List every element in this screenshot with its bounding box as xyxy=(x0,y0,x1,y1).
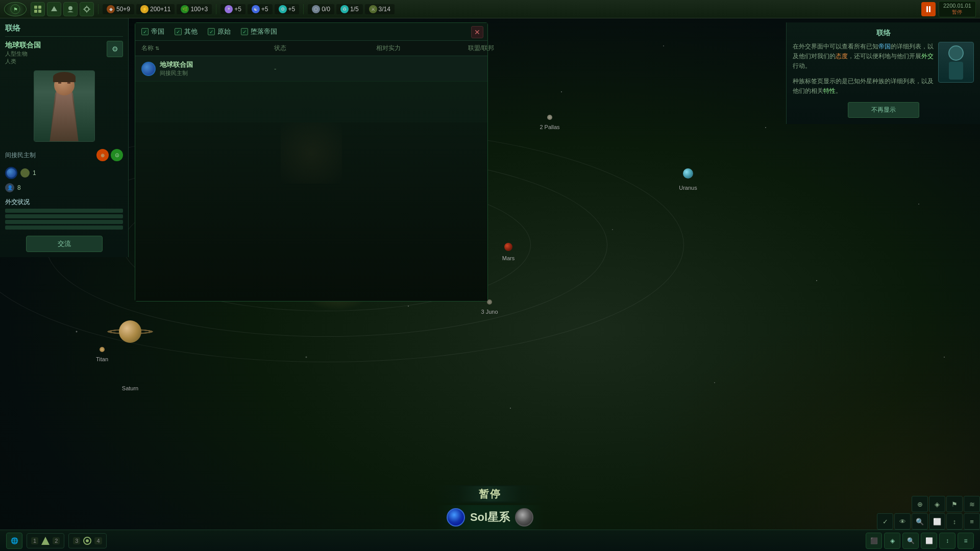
right-info-panel: 联络 在外交界面中可以查看所有已知帝国的详细列表，以及他们对我们的态度，还可以便… xyxy=(786,22,980,124)
leader-portrait[interactable] xyxy=(34,70,95,142)
technology-btn[interactable] xyxy=(80,2,94,16)
queue-icon-2 xyxy=(82,536,92,546)
filter-empire-checkbox[interactable] xyxy=(141,28,149,35)
svg-rect-3 xyxy=(38,6,41,9)
influence-stat[interactable]: ✦ +5 xyxy=(220,4,246,14)
bottom-btn-5[interactable]: ↕ xyxy=(939,533,955,549)
robot-body xyxy=(949,62,963,80)
date-sub: 暂停 xyxy=(943,9,971,16)
separator-2 xyxy=(216,4,216,14)
filter-other[interactable]: 其他 xyxy=(175,27,198,36)
system-icon-right[interactable] xyxy=(515,508,533,527)
svg-point-7 xyxy=(68,6,72,10)
filter-primitive[interactable]: 原始 xyxy=(208,27,231,36)
saturn-label: Saturn xyxy=(122,385,138,391)
empire-planet-icon xyxy=(5,167,17,179)
filter-fallen-checkbox[interactable] xyxy=(241,28,248,35)
system-icon-left[interactable] xyxy=(447,508,465,527)
empire-settings-btn[interactable]: ⚙ xyxy=(107,41,123,57)
filter-primitive-checkbox[interactable] xyxy=(208,28,215,35)
queue-label-1: 2 xyxy=(53,537,60,544)
alloy-icon: ⬡ xyxy=(312,5,320,13)
highlight-empire: 帝国 xyxy=(878,43,891,50)
info-panel-title: 联络 xyxy=(793,29,974,38)
date-display[interactable]: 2200.01.01 暂停 xyxy=(939,1,976,17)
empire-flag-btn[interactable]: ⚑ xyxy=(4,2,27,16)
empire-header: 地球联合国 人型生物 人类 ⚙ xyxy=(5,41,123,65)
energy-value: 200+11 xyxy=(150,6,170,13)
bottom-center: 暂停 Sol星系 xyxy=(434,485,546,530)
no-show-button[interactable]: 不再显示 xyxy=(848,102,919,118)
alloy-stat[interactable]: ⬡ 0/0 xyxy=(308,4,334,14)
minimap-btn-4[interactable]: ≋ xyxy=(964,496,980,512)
overview-btn[interactable] xyxy=(31,2,45,16)
mars-planet[interactable] xyxy=(504,243,512,251)
exchange-button[interactable]: 交流 xyxy=(26,236,103,252)
bottom-btn-6[interactable]: ≡ xyxy=(958,533,974,549)
filter-empire-label: 帝国 xyxy=(151,27,164,36)
bottom-btn-4[interactable]: ⬜ xyxy=(921,533,937,549)
minimap-menu-btn[interactable]: ≡ xyxy=(964,513,980,530)
minimap-zoom-btn[interactable]: 🔍 xyxy=(912,513,928,530)
pallas-planet[interactable] xyxy=(547,115,552,120)
col-name[interactable]: 名称 ⇅ xyxy=(141,44,243,53)
filter-empire[interactable]: 帝国 xyxy=(141,27,164,36)
consumer-stat[interactable]: ♻ 1/5 xyxy=(336,4,363,14)
diplo-bar-4 xyxy=(5,226,123,230)
minimap-btn-1[interactable]: ⊕ xyxy=(912,496,928,512)
system-name: Sol星系 xyxy=(470,510,510,525)
minimap-move-btn[interactable]: ↕ xyxy=(946,513,963,530)
empire-type: 人型生物 xyxy=(5,50,41,58)
saturn-container[interactable] xyxy=(110,311,151,352)
queue-item-1[interactable]: 1 2 xyxy=(27,533,64,548)
pop-count: 8 xyxy=(17,184,21,191)
svg-marker-13 xyxy=(41,537,50,545)
filter-primitive-label: 原始 xyxy=(217,27,231,36)
pause-button[interactable] xyxy=(921,2,936,16)
uranus-planet[interactable] xyxy=(683,168,693,179)
bottom-map-btn[interactable]: 🌐 xyxy=(6,533,22,549)
food-value: 100+3 xyxy=(190,6,208,13)
close-dialog-button[interactable]: ✕ xyxy=(471,26,483,38)
leaders-btn[interactable] xyxy=(63,2,78,16)
bottom-btn-2[interactable]: ◈ xyxy=(884,533,900,549)
diplomacy-title: 外交状况 xyxy=(5,198,123,207)
empire-table-row[interactable]: 地球联合国 间接民主制 - xyxy=(135,56,487,82)
minimap-check-btn[interactable]: ✓ xyxy=(877,513,893,530)
filter-fallen[interactable]: 堕落帝国 xyxy=(241,27,277,36)
ships-btn[interactable] xyxy=(47,2,61,16)
queue-item-2[interactable]: 3 4 xyxy=(68,533,106,548)
bottom-right-panel: ⊕ ◈ ⚑ ≋ ✓ 👁 🔍 ⬜ ↕ ≡ xyxy=(877,496,980,530)
bottom-btn-3[interactable]: 🔍 xyxy=(902,533,919,549)
bottom-btn-1[interactable]: ⬛ xyxy=(866,533,882,549)
filter-other-checkbox[interactable] xyxy=(175,28,182,35)
svg-rect-5 xyxy=(38,10,41,13)
svg-point-15 xyxy=(86,539,89,542)
leader-body xyxy=(46,90,82,141)
influence-value: +5 xyxy=(234,6,241,13)
energy-stat[interactable]: ⚡ 200+11 xyxy=(136,4,175,14)
minimap-btn-2[interactable]: ◈ xyxy=(929,496,945,512)
titan-planet[interactable] xyxy=(100,347,105,352)
mineral-stat[interactable]: ◆ 50+9 xyxy=(103,4,134,14)
food-stat[interactable]: 🌿 100+3 xyxy=(177,4,212,14)
filter-other-label: 其他 xyxy=(184,27,198,36)
separator-1 xyxy=(98,4,99,14)
minimap-eye-btn[interactable]: 👁 xyxy=(894,513,911,530)
research-icon: ⚙ xyxy=(279,5,287,13)
pop-stat[interactable]: ⚔ 3/14 xyxy=(365,4,395,14)
unity-stat[interactable]: ☯ +5 xyxy=(248,4,273,14)
robot-avatar xyxy=(938,42,974,83)
col-alliance[interactable]: 联盟/联邦 xyxy=(468,44,560,53)
planets-row: 1 xyxy=(5,167,123,179)
queue-num-2: 3 xyxy=(73,537,80,544)
pop-resource-icon: 👤 xyxy=(5,183,14,192)
col-status[interactable]: 状态 xyxy=(274,44,376,53)
col-strength[interactable]: 相对实力 xyxy=(376,44,468,53)
minimap-btn-3[interactable]: ⚑ xyxy=(946,496,963,512)
highlight-attitude: 态度 xyxy=(836,53,848,60)
research-stat[interactable]: ⚙ +5 xyxy=(275,4,300,14)
resources-section: 1 👤 8 xyxy=(5,165,123,194)
minimap-layout-btn[interactable]: ⬜ xyxy=(929,513,945,530)
empire-row-info: 地球联合国 间接民主制 xyxy=(141,60,243,77)
